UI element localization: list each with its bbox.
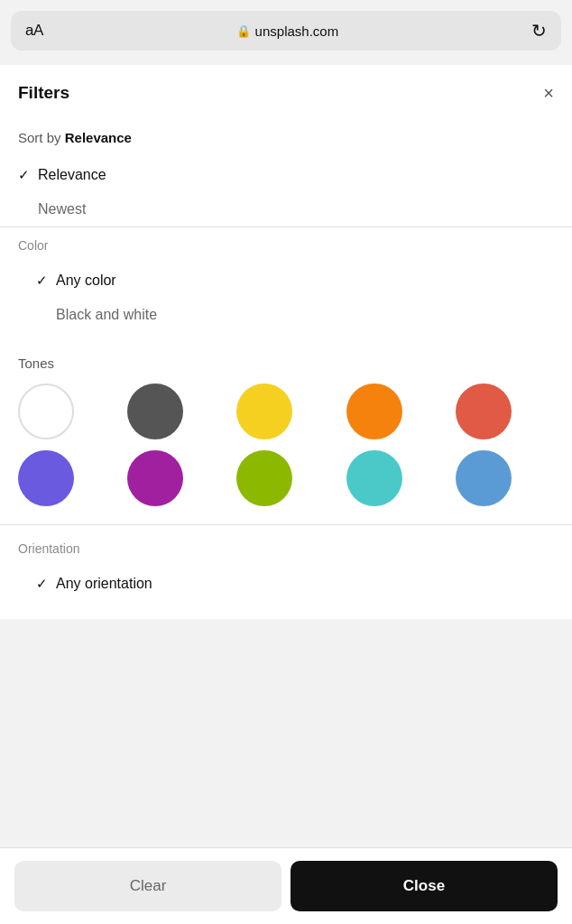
check-any-orientation-icon: ✓ [36,576,56,592]
url-text: unsplash.com [255,23,339,39]
sort-option-relevance[interactable]: ✓ Relevance [0,158,572,192]
sort-option-newest[interactable]: ✓ Newest [0,192,572,226]
color-tones-grid [0,383,572,524]
sort-by-label: Sort by [18,130,61,145]
close-panel-button[interactable]: × [543,84,554,102]
bw-label: Black and white [56,307,157,323]
tone-orange[interactable] [346,383,402,439]
tone-lime[interactable] [236,450,292,506]
tones-label: Tones [0,350,572,383]
color-section: Color ✓ Any color ✓ Black and white [0,227,572,350]
tone-red[interactable] [456,383,512,439]
check-any-color-icon: ✓ [36,273,56,289]
check-relevance-icon: ✓ [18,167,38,183]
filters-header: Filters × [0,65,572,117]
sort-header: Sort by Relevance [0,117,572,158]
tone-magenta[interactable] [127,450,183,506]
lock-icon: 🔒 [236,24,251,38]
close-button[interactable]: Close [291,861,558,911]
color-section-label: Color [18,238,554,253]
tone-teal[interactable] [346,450,402,506]
bottom-buttons: Clear Close [0,847,572,924]
refresh-icon[interactable]: ↻ [531,20,547,42]
tone-black[interactable] [127,383,183,439]
any-color-label: Any color [56,273,116,289]
tone-blue[interactable] [456,450,512,506]
current-sort-value: Relevance [65,130,132,145]
tone-white[interactable] [18,383,74,439]
tone-yellow[interactable] [236,383,292,439]
sort-newest-label: Newest [38,201,86,217]
orientation-option-any[interactable]: ✓ Any orientation [18,567,554,601]
color-option-bw[interactable]: ✓ Black and white [18,298,554,332]
clear-button[interactable]: Clear [14,861,281,911]
url-bar[interactable]: 🔒 unsplash.com [236,23,339,39]
orientation-section-label: Orientation [18,541,554,556]
filters-title: Filters [18,83,69,103]
sort-relevance-label: Relevance [38,167,106,183]
font-size-control[interactable]: aA [25,22,43,40]
tone-purple[interactable] [18,450,74,506]
any-orientation-label: Any orientation [56,576,152,592]
color-option-any[interactable]: ✓ Any color [18,263,554,298]
filters-panel: Filters × Sort by Relevance ✓ Relevance … [0,65,572,619]
address-bar[interactable]: aA 🔒 unsplash.com ↻ [11,11,561,51]
orientation-section: Orientation ✓ Any orientation [0,525,572,619]
